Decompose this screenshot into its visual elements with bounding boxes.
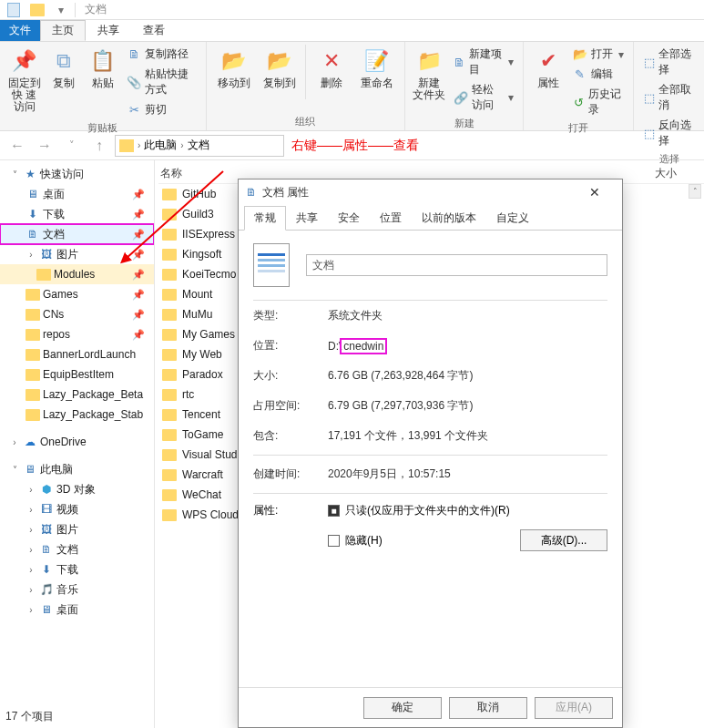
scroll-up-icon[interactable]: ˄: [689, 184, 701, 199]
file-name: Visual Studio: [182, 448, 246, 461]
pin-quickaccess-button[interactable]: 📌固定到快 速访问: [5, 45, 43, 115]
history-button[interactable]: ↺历史记录: [569, 85, 627, 119]
rename-icon: 📝: [362, 46, 392, 76]
tree-games[interactable]: Games📌: [0, 284, 154, 304]
file-name: MuMu: [182, 308, 212, 321]
tree-downloads[interactable]: ⬇下载📌: [0, 204, 154, 224]
ribbon-group-organize: 📂移动到 📂复制到 ✕删除 📝重命名 组织: [207, 42, 405, 130]
folder-icon: [162, 249, 177, 261]
tree-desktop2[interactable]: ›🖥桌面: [0, 600, 154, 620]
newitem-button[interactable]: 🗎新建项目▾: [450, 45, 518, 79]
folder-icon: [26, 369, 40, 381]
cut-button[interactable]: ✂剪切: [123, 100, 199, 119]
qat-dropdown-icon[interactable]: ▾: [51, 1, 71, 19]
tab-share[interactable]: 共享: [286, 206, 328, 231]
pictures-icon: 🖼: [39, 248, 54, 261]
tree-pictures[interactable]: ›🖼图片📌: [0, 244, 154, 264]
column-size[interactable]: 大小: [655, 166, 704, 181]
copyto-button[interactable]: 📂复制到: [258, 45, 301, 91]
checkbox-readonly[interactable]: ■只读(仅应用于文件夹中的文件)(R): [328, 503, 607, 518]
tree-equip[interactable]: EquipBestItem: [0, 364, 154, 385]
tree-music[interactable]: ›🎵音乐: [0, 579, 154, 600]
tree-docs2[interactable]: ›🗎文档: [0, 539, 154, 559]
tree-lazy1[interactable]: Lazy_Package_Beta: [0, 385, 154, 405]
pin-icon: 📌: [132, 269, 150, 281]
copy-button[interactable]: ⧉复制: [45, 45, 82, 91]
ok-button[interactable]: 确定: [363, 697, 442, 719]
up-button[interactable]: ↑: [87, 134, 111, 158]
folder-icon: [26, 349, 40, 361]
documents-icon: 🗎: [246, 186, 257, 199]
tab-custom[interactable]: 自定义: [486, 206, 539, 231]
prop-disk: 占用空间:6.79 GB (7,297,703,936 字节): [253, 391, 607, 421]
tree-banner[interactable]: BannerLordLaunch: [0, 344, 154, 364]
tab-home[interactable]: 主页: [40, 20, 86, 41]
checkbox-hidden[interactable]: 隐藏(H): [328, 533, 383, 549]
prop-type: 类型:系统文件夹: [253, 301, 607, 331]
qat-folder-icon[interactable]: [27, 1, 47, 19]
tree-onedrive[interactable]: ›☁OneDrive: [0, 432, 154, 452]
qat-file-icon[interactable]: [4, 1, 24, 19]
tab-previous[interactable]: 以前的版本: [412, 206, 486, 231]
folder-icon: [26, 309, 40, 321]
newfolder-button[interactable]: 📁新建 文件夹: [411, 45, 448, 103]
selectnone-icon: ⬚: [643, 90, 655, 105]
properties-icon: ✔: [534, 46, 563, 76]
selectall-button[interactable]: ⬚全部选择: [639, 45, 699, 79]
breadcrumb-docs[interactable]: 文档: [188, 138, 209, 153]
paste-button[interactable]: 📋粘贴: [84, 45, 121, 91]
tree-downloads2[interactable]: ›⬇下载: [0, 559, 154, 579]
tree-desktop[interactable]: 🖥桌面📌: [0, 184, 154, 204]
tab-share[interactable]: 共享: [86, 20, 131, 41]
tree-modules[interactable]: Modules📌: [0, 264, 154, 284]
open-button[interactable]: 📂打开▾: [569, 45, 627, 64]
folder-icon: [162, 389, 177, 401]
selectnone-button[interactable]: ⬚全部取消: [639, 80, 699, 115]
apply-button[interactable]: 应用(A): [535, 697, 613, 719]
folder-name-field[interactable]: 文档: [306, 254, 607, 276]
breadcrumb[interactable]: › 此电脑 › 文档: [115, 135, 284, 157]
easyaccess-button[interactable]: 🔗轻松访问▾: [450, 80, 518, 115]
moveto-button[interactable]: 📂移动到: [212, 45, 256, 91]
tree-3d[interactable]: ›⬢3D 对象: [0, 479, 154, 499]
recent-dropdown[interactable]: ˅: [60, 134, 84, 158]
tree-documents[interactable]: 🗎文档📌: [0, 224, 154, 244]
file-name: Paradox: [182, 368, 223, 381]
dialog-tabs: 常规 共享 安全 位置 以前的版本 自定义: [239, 205, 622, 231]
tab-location[interactable]: 位置: [370, 206, 412, 231]
tree-videos[interactable]: ›🎞视频: [0, 499, 154, 519]
column-name[interactable]: 名称: [158, 166, 230, 181]
properties-button[interactable]: ✔属性: [529, 45, 566, 91]
tab-file[interactable]: 文件: [0, 20, 40, 41]
close-button[interactable]: ✕: [575, 179, 615, 205]
dialog-titlebar[interactable]: 🗎 文档 属性 ✕: [239, 179, 622, 205]
cancel-button[interactable]: 取消: [449, 697, 527, 719]
paste-shortcut-button[interactable]: 📎粘贴快捷方式: [123, 65, 199, 99]
tree-pictures2[interactable]: ›🖼图片: [0, 519, 154, 539]
copy-path-button[interactable]: 🗎复制路径: [123, 45, 199, 64]
rename-button[interactable]: 📝重命名: [355, 45, 399, 91]
delete-button[interactable]: ✕删除: [310, 45, 353, 91]
forward-button[interactable]: →: [33, 134, 56, 158]
folder-icon: [162, 469, 177, 481]
tab-security[interactable]: 安全: [328, 206, 370, 231]
file-name: WPS Cloud: [182, 508, 239, 521]
advanced-button[interactable]: 高级(D)...: [520, 529, 607, 551]
file-name: ToGame: [182, 428, 223, 441]
chevron-right-icon: ›: [180, 140, 183, 150]
invert-button[interactable]: ⬚反向选择: [639, 116, 699, 150]
breadcrumb-pc[interactable]: 此电脑: [144, 138, 177, 153]
tab-view[interactable]: 查看: [131, 20, 177, 41]
tree-thispc[interactable]: ˅🖥此电脑: [0, 459, 154, 479]
folder-icon: [26, 289, 40, 301]
edit-button[interactable]: ✎编辑: [569, 65, 627, 84]
tree-cns[interactable]: CNs📌: [0, 304, 154, 324]
tree-quick-access[interactable]: ˅★快速访问: [0, 164, 154, 184]
back-button[interactable]: ←: [5, 134, 29, 158]
folder-icon: [162, 309, 177, 321]
dialog-body: 文档 类型:系统文件夹 位置:D:\cnedwin 大小:6.76 GB (7,…: [239, 231, 622, 687]
file-name: KoeiTecmo: [182, 268, 236, 281]
tab-general[interactable]: 常规: [244, 206, 286, 231]
tree-lazy2[interactable]: Lazy_Package_Stab: [0, 405, 154, 425]
tree-repos[interactable]: repos📌: [0, 324, 154, 344]
